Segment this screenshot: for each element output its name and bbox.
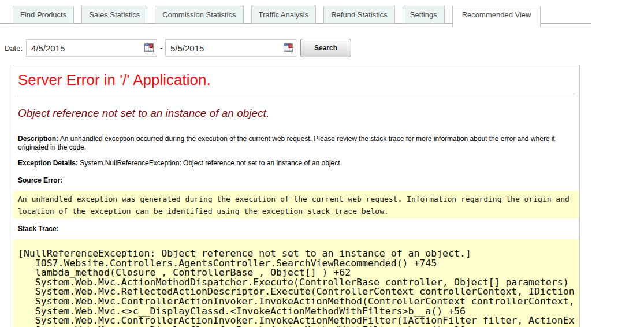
description-paragraph: Description: An unhandled exception occu… bbox=[18, 135, 575, 152]
end-date-calendar-icon[interactable] bbox=[284, 43, 293, 52]
tab-sales-statistics[interactable]: Sales Statistics bbox=[81, 6, 147, 24]
start-date-calendar-icon[interactable] bbox=[144, 43, 154, 52]
calendar-icon bbox=[284, 43, 293, 52]
tab-commission-statistics[interactable]: Commission Statistics bbox=[155, 6, 243, 24]
tab-settings[interactable]: Settings bbox=[403, 6, 445, 24]
tab-bar: Find Products Sales Statistics Commissio… bbox=[13, 6, 548, 27]
server-error-panel: Server Error in '/' Application. Object … bbox=[13, 65, 580, 327]
end-date-input[interactable] bbox=[165, 39, 296, 57]
exception-details-paragraph: Exception Details: System.NullReferenceE… bbox=[18, 159, 575, 168]
description-text: An unhandled exception occurred during t… bbox=[18, 135, 555, 151]
date-label: Date: bbox=[5, 44, 23, 53]
date-search-row: Date: - Search bbox=[0, 36, 644, 59]
calendar-icon bbox=[144, 43, 154, 52]
date-range-separator: - bbox=[160, 43, 163, 53]
description-label: Description: bbox=[18, 135, 58, 143]
error-title: Server Error in '/' Application. bbox=[18, 71, 575, 88]
tab-find-products[interactable]: Find Products bbox=[13, 6, 74, 24]
stack-trace-label: Stack Trace: bbox=[18, 225, 575, 233]
tab-refund-statistics[interactable]: Refund Statistics bbox=[323, 6, 395, 24]
source-error-box: An unhandled exception was generated dur… bbox=[13, 191, 579, 218]
error-subtitle: Object reference not set to an instance … bbox=[18, 107, 575, 120]
source-error-label-text: Source Error: bbox=[18, 176, 62, 184]
title-divider bbox=[18, 96, 575, 96]
exception-details-label: Exception Details: bbox=[18, 159, 78, 167]
tab-recommended-view[interactable]: Recommended View bbox=[452, 6, 541, 27]
start-date-input[interactable] bbox=[26, 39, 157, 57]
stack-trace-box: [NullReferenceException: Object referenc… bbox=[13, 239, 579, 327]
page: Find Products Sales Statistics Commissio… bbox=[0, 0, 644, 327]
source-error-label: Source Error: bbox=[18, 176, 575, 185]
exception-details-text: System.NullReferenceException: Object re… bbox=[78, 159, 342, 167]
tab-traffic-analysis[interactable]: Traffic Analysis bbox=[251, 6, 317, 24]
search-button[interactable]: Search bbox=[300, 39, 351, 57]
